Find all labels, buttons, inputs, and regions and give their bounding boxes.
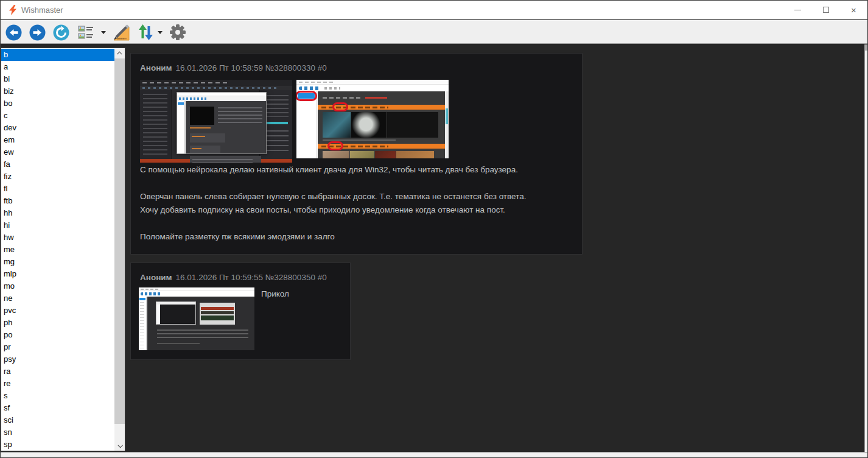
sidebar-item-fiz[interactable]: fiz	[1, 171, 114, 183]
maximize-icon	[823, 7, 829, 13]
sidebar-item-biz[interactable]: biz	[1, 85, 114, 97]
mini-screenshot-a-title	[156, 302, 195, 305]
sidebar-item-ph[interactable]: ph	[1, 317, 114, 329]
sidebar-item-sp[interactable]: sp	[1, 439, 114, 451]
post-image-wishmaster-app[interactable]	[139, 287, 254, 350]
sidebar-item-b[interactable]: b	[1, 49, 114, 61]
scroll-up-button[interactable]	[114, 48, 125, 58]
sort-dropdown-caret[interactable]	[158, 31, 163, 34]
vs-menubar	[140, 80, 292, 86]
mini-toolbar-icons	[179, 97, 207, 100]
back-button[interactable]	[5, 24, 22, 41]
vs-tree-text	[143, 94, 167, 155]
minimize-button[interactable]	[784, 1, 811, 19]
sidebar-item-c[interactable]: c	[1, 110, 114, 122]
scroll-down-button[interactable]	[114, 440, 125, 451]
mini-screenshot-a-side	[156, 305, 160, 324]
maximize-button[interactable]	[812, 1, 839, 19]
sidebar-item-fa[interactable]: fa	[1, 158, 114, 171]
mini-screenshot-b	[200, 303, 235, 325]
sidebar-item-dev[interactable]: dev	[1, 122, 114, 134]
sidebar-item-sn[interactable]: sn	[1, 426, 114, 439]
sidebar-item-a[interactable]: a	[1, 61, 114, 73]
sidebar-item-bi[interactable]: bi	[1, 73, 114, 85]
mini-photo-bicycle-4	[396, 151, 434, 158]
refresh-button[interactable]	[53, 24, 69, 41]
mini-sidebar-items	[140, 302, 144, 350]
mini-photo-anime-face	[351, 112, 387, 138]
mini-post-card-2	[190, 146, 220, 153]
boards-scrollbar[interactable]	[114, 48, 125, 451]
sidebar-item-ra[interactable]: ra	[1, 365, 114, 378]
mini-green-row	[201, 315, 234, 320]
settings-button[interactable]	[169, 24, 186, 41]
sidebar-item-bo[interactable]: bo	[1, 97, 114, 110]
view-mode-dropdown-caret[interactable]	[101, 31, 106, 34]
mini-post-header-text	[323, 97, 362, 99]
compose-button[interactable]	[113, 24, 130, 41]
mini-content	[147, 297, 254, 350]
toolbar	[1, 20, 867, 44]
mini-photo-dark	[387, 112, 438, 138]
mini-sidebar	[296, 91, 317, 158]
sort-button[interactable]	[137, 24, 155, 41]
sidebar-item-mg[interactable]: mg	[1, 256, 114, 268]
close-button[interactable]: ×	[840, 1, 867, 19]
forward-button[interactable]	[29, 24, 46, 41]
window-title: Wishmaster	[21, 5, 63, 15]
sidebar-item-ew[interactable]: ew	[1, 146, 114, 158]
content-horizontal-scrollbar[interactable]	[1, 452, 867, 457]
boards-scrollbar-thumb[interactable]	[114, 58, 125, 424]
vs-menu-text	[142, 82, 228, 83]
sidebar-item-s[interactable]: s	[1, 390, 114, 402]
post-paragraph	[140, 217, 573, 230]
thread-bar-orange	[318, 105, 445, 110]
sidebar-item-mlp[interactable]: mlp	[1, 268, 114, 280]
vs-toolbar	[142, 87, 276, 89]
mini-titlebar	[177, 93, 266, 96]
thread-bar-orange	[318, 144, 445, 149]
sidebar-item-ftb[interactable]: ftb	[1, 195, 114, 207]
content-vertical-scrollbar[interactable]	[864, 44, 867, 453]
sidebar-item-mo[interactable]: mo	[1, 280, 114, 292]
content-vscroll-thumb[interactable]	[865, 44, 867, 51]
mini-sidebar	[177, 101, 185, 153]
post-image-visual-studio[interactable]	[140, 80, 292, 163]
sidebar-item-psy[interactable]: psy	[1, 353, 114, 365]
sidebar-item-pr[interactable]: pr	[1, 341, 114, 353]
mini-dark-row	[201, 311, 234, 314]
sidebar-item-re[interactable]: re	[1, 378, 114, 390]
sidebar-item-fl[interactable]: fl	[1, 183, 114, 195]
sidebar-item-po[interactable]: po	[1, 329, 114, 341]
post-meta: 16.01.2026 Пт 10:58:59 №328800330 #0	[176, 63, 327, 72]
mini-photo-bicycle-1	[323, 151, 349, 158]
mini-post-card-1	[190, 133, 225, 143]
sidebar-item-me[interactable]: me	[1, 244, 114, 256]
red-annotation-ellipse	[327, 141, 343, 150]
view-mode-button[interactable]	[78, 26, 94, 40]
boards-list: babibizbocdevemewfafizflftbhhhihwmemgmlp…	[1, 48, 125, 451]
sidebar-item-ne[interactable]: ne	[1, 292, 114, 305]
mini-sidebar	[139, 297, 147, 350]
sidebar-item-hw[interactable]: hw	[1, 231, 114, 244]
sidebar-item-em[interactable]: em	[1, 134, 114, 146]
mini-photo-person	[323, 112, 351, 138]
main-content: babibizbocdevemewfafizflftbhhhihwmemgmlp…	[1, 44, 867, 457]
sidebar-item-sf[interactable]: sf	[1, 402, 114, 414]
sidebar-item-pvc[interactable]: pvc	[1, 305, 114, 317]
post-header: Аноним16.01.2026 Пт 10:58:59 №328800330 …	[140, 63, 327, 72]
vs-floating-app-window	[177, 92, 267, 154]
post-card: Аноним16.01.2026 Пт 10:58:59 №328800330 …	[130, 53, 583, 255]
mini-red-text	[365, 97, 387, 99]
mini-post-card-3	[190, 156, 261, 163]
post-body: Прикол	[261, 287, 341, 301]
mini-title-text	[299, 82, 335, 83]
post-image-wishmaster-overchan[interactable]	[296, 80, 449, 158]
mini-scrollbar-accent	[446, 108, 448, 124]
sidebar-item-hi[interactable]: hi	[1, 219, 114, 231]
sidebar-item-hh[interactable]: hh	[1, 207, 114, 219]
mini-text-line	[323, 139, 396, 141]
sidebar-item-sci[interactable]: sci	[1, 414, 114, 426]
mini-title-text	[141, 289, 159, 290]
mini-red-row	[201, 307, 234, 310]
